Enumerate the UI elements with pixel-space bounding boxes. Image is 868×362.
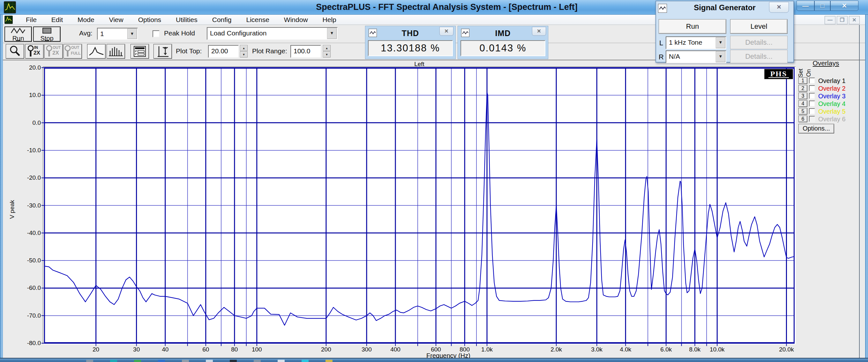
load-configuration-dropdown-arrow-icon[interactable]: ▼: [327, 28, 337, 39]
menu-item-edit[interactable]: Edit: [44, 16, 70, 24]
plot-range-spinner[interactable]: ▲▼: [323, 45, 331, 58]
left-details-button[interactable]: Details...: [730, 36, 787, 49]
avg-combo[interactable]: 1 ▼: [97, 28, 138, 40]
display-settings-button[interactable]: [130, 44, 149, 59]
right-signal-combo[interactable]: N/A ▼: [666, 51, 726, 63]
overlay-label-4: Overlay 4: [818, 100, 846, 108]
run-button[interactable]: Run: [4, 27, 32, 42]
bar-chart-icon: [107, 44, 125, 58]
zoom-in-2x-button[interactable]: IN 2X: [25, 44, 44, 59]
overlay-on-checkbox-2[interactable]: [809, 85, 815, 91]
overlay-on-checkbox-6[interactable]: [809, 116, 815, 122]
bar-spectrum-view-button[interactable]: [106, 44, 125, 59]
minimize-button[interactable]: —: [797, 1, 814, 11]
taskbar-item[interactable]: [302, 360, 309, 362]
x-tick-label: 8.0k: [689, 346, 701, 353]
line-spectrum-view-button[interactable]: [87, 44, 105, 59]
overlay-set-button-5[interactable]: 5: [799, 108, 807, 115]
taskbar-item[interactable]: [158, 360, 165, 362]
child-close-button[interactable]: ✕: [849, 16, 860, 24]
vertical-scale-icon: [154, 44, 172, 58]
thd-close-button[interactable]: ✕: [439, 27, 454, 36]
taskbar-item[interactable]: [326, 360, 333, 362]
overlay-set-button-4[interactable]: 4: [799, 100, 807, 107]
taskbar-item[interactable]: [254, 360, 261, 362]
menu-item-help[interactable]: Help: [315, 16, 344, 24]
left-signal-combo[interactable]: 1 kHz Tone ▼: [666, 36, 726, 49]
taskbar-item[interactable]: [86, 360, 93, 362]
x-tick-label: 30: [133, 346, 140, 353]
right-channel-label: R: [659, 53, 664, 61]
svg-text:FULL: FULL: [71, 51, 81, 56]
taskbar-item[interactable]: [206, 360, 213, 362]
zoom-out-2x-icon: OUT 2X: [45, 44, 63, 58]
window-border-right: [865, 15, 868, 358]
menu-item-file[interactable]: File: [19, 16, 44, 24]
y-tick-label: -20.0: [27, 174, 41, 181]
taskbar-item[interactable]: [134, 360, 141, 362]
overlay-set-button-3[interactable]: 3: [799, 93, 807, 99]
overlay-on-checkbox-1[interactable]: [809, 78, 815, 84]
overlay-options-button[interactable]: Options...: [799, 124, 834, 133]
right-details-button[interactable]: Details...: [730, 50, 787, 63]
right-signal-dropdown-arrow-icon[interactable]: ▼: [716, 51, 725, 62]
signal-generator-level-button[interactable]: Level: [730, 19, 787, 34]
svg-text:2X: 2X: [33, 50, 40, 56]
menu-item-config[interactable]: Config: [205, 16, 239, 24]
menu-item-options[interactable]: Options: [131, 16, 168, 24]
svg-text:OUT: OUT: [53, 45, 61, 50]
spectrum-plot[interactable]: [44, 68, 795, 343]
x-tick-label: 200: [321, 346, 331, 353]
menu-item-mode[interactable]: Mode: [70, 16, 102, 24]
plot-top-input[interactable]: 20.00: [208, 45, 239, 58]
sidebar-divider: [859, 25, 860, 358]
y-tick-label: 10.0: [29, 92, 41, 99]
menu-items: FileEditModeViewOptionsUtilitiesConfigLi…: [19, 16, 344, 24]
signal-generator-close-button[interactable]: ✕: [769, 2, 789, 13]
child-window-icon[interactable]: [4, 16, 13, 24]
taskbar-item[interactable]: [230, 360, 237, 362]
x-tick-label: 10.0k: [710, 346, 724, 353]
overlay-set-button-2[interactable]: 2: [799, 85, 807, 92]
overlay-label-5: Overlay 5: [818, 108, 846, 115]
menu-item-view[interactable]: View: [102, 16, 131, 24]
signal-generator-run-button[interactable]: Run: [659, 19, 726, 34]
zoom-out-2x-button[interactable]: OUT 2X: [44, 44, 63, 59]
menu-item-license[interactable]: License: [239, 16, 276, 24]
taskbar-item[interactable]: [182, 360, 189, 362]
x-tick-label: 60: [202, 346, 209, 353]
overlay-on-checkbox-4[interactable]: [809, 100, 815, 107]
scale-range-button[interactable]: [154, 44, 172, 59]
load-configuration-combo[interactable]: Load Configuration ▼: [207, 27, 338, 40]
taskbar-item[interactable]: [110, 360, 117, 362]
close-button[interactable]: ✕: [830, 1, 859, 11]
plot-top-spinner[interactable]: ▲▼: [240, 45, 248, 58]
overlay-set-button-6[interactable]: 6: [799, 116, 807, 122]
y-tick-label: 0.0: [33, 119, 41, 126]
signal-generator-window[interactable]: Signal Generator ✕ Run Level L 1 kHz Ton…: [655, 1, 794, 63]
menu-item-utilities[interactable]: Utilities: [168, 16, 205, 24]
avg-dropdown-arrow-icon[interactable]: ▼: [127, 29, 137, 39]
overlay-label-3: Overlay 3: [818, 93, 846, 100]
taskbar-item[interactable]: [278, 360, 285, 362]
child-restore-button[interactable]: ❐: [837, 16, 847, 24]
left-signal-dropdown-arrow-icon[interactable]: ▼: [716, 37, 725, 48]
maximize-button[interactable]: □: [814, 1, 830, 11]
overlays-set-column-label: Set: [798, 69, 804, 77]
stop-button[interactable]: Stop: [33, 27, 61, 42]
peak-hold-checkbox[interactable]: [153, 30, 160, 37]
avg-label: Avg:: [79, 29, 93, 37]
magnifier-icon: [6, 44, 24, 58]
overlay-set-button-1[interactable]: 1: [799, 77, 807, 84]
zoom-out-full-button[interactable]: OUT FULL: [63, 44, 82, 59]
overlay-on-checkbox-3[interactable]: [809, 93, 815, 99]
zoom-button[interactable]: [6, 44, 24, 59]
overlay-label-6: Overlay 6: [818, 116, 846, 123]
child-minimize-button[interactable]: —: [825, 16, 835, 24]
plot-range-input[interactable]: 100.0: [290, 45, 321, 58]
x-tick-label: 80: [231, 346, 238, 353]
menu-item-window[interactable]: Window: [277, 16, 315, 24]
imd-close-button[interactable]: ✕: [532, 27, 546, 36]
windows-taskbar[interactable]: [0, 358, 868, 362]
overlay-on-checkbox-5[interactable]: [809, 108, 815, 114]
